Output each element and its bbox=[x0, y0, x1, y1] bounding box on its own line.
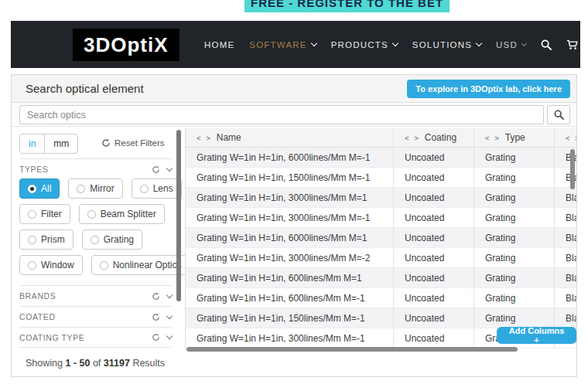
radio-icon bbox=[28, 185, 36, 193]
type-chip-prism[interactable]: Prism bbox=[19, 230, 74, 250]
cart-button[interactable]: 0 bbox=[566, 39, 587, 50]
type-chip-all[interactable]: All bbox=[19, 178, 60, 199]
reset-filters-button[interactable]: Reset Filters bbox=[101, 138, 165, 148]
filter-section-types[interactable]: TYPES bbox=[19, 158, 172, 179]
sort-icon[interactable]: < > bbox=[405, 134, 420, 142]
results-total: 31197 bbox=[104, 358, 130, 369]
search-panel: Search optical element To explore in 3DO… bbox=[11, 74, 577, 377]
type-chip-label: Filter bbox=[41, 209, 62, 219]
cell-type: Grating bbox=[473, 288, 554, 308]
type-chip-filter[interactable]: Filter bbox=[19, 204, 70, 224]
nav-products[interactable]: PRODUCTS bbox=[331, 40, 398, 49]
header-search-button[interactable] bbox=[541, 39, 552, 50]
promo-banner-text[interactable]: FREE - REGISTER TO THE BET bbox=[244, 0, 450, 12]
type-chip-mirror[interactable]: Mirror bbox=[68, 178, 122, 199]
nav-home-label: HOME bbox=[204, 40, 234, 49]
type-chip-label: All bbox=[41, 183, 51, 194]
filter-section-label: COATED bbox=[19, 312, 56, 321]
table-row[interactable]: Grating W=1in H=1in, 3000lines/Mm M=-2 U… bbox=[186, 248, 576, 268]
column-header-name[interactable]: < > Name bbox=[186, 128, 393, 147]
table-row[interactable]: Grating W=1in H=1in, 600lines/Mm M=-1 Un… bbox=[186, 288, 576, 308]
type-chip-lens[interactable]: Lens bbox=[132, 178, 182, 199]
chevron-down-icon[interactable] bbox=[166, 291, 173, 298]
cell-subtype: Blazed Rule bbox=[554, 208, 576, 227]
table-row[interactable]: Grating W=1in H=1in, 1500lines/Mm M=-1 U… bbox=[186, 168, 576, 188]
column-header-subtype[interactable]: < > Subtype bbox=[554, 128, 576, 147]
nav-software-label: SOFTWARE bbox=[249, 40, 306, 49]
table-row[interactable]: Grating W=1in H=1in, 6000lines/Mm M=1 Un… bbox=[186, 228, 576, 248]
cell-name: Grating W=1in H=1in, 300lines/Mm M=-1 bbox=[186, 328, 393, 348]
table-vertical-scrollbar-right[interactable] bbox=[570, 149, 575, 189]
explore-lab-button[interactable]: To explore in 3DOptix lab, click here bbox=[407, 80, 570, 98]
search-input[interactable] bbox=[19, 105, 544, 124]
cell-type: Grating bbox=[473, 248, 554, 267]
reset-icon[interactable] bbox=[152, 292, 160, 301]
reset-icon[interactable] bbox=[152, 165, 160, 174]
cell-name: Grating W=1in H=1in, 600lines/Mm M=-1 bbox=[186, 288, 393, 308]
filter-section-label: BRANDS bbox=[19, 291, 56, 301]
sort-icon[interactable]: < > bbox=[485, 134, 501, 142]
filter-section-coating-type[interactable]: COATING TYPE bbox=[19, 327, 172, 348]
table-header-row: < > Name < > Coating < > Type < > Subtyp… bbox=[186, 128, 576, 148]
cell-coating: Uncoated bbox=[393, 308, 473, 328]
cell-type: Grating bbox=[473, 188, 554, 207]
unit-mm[interactable]: mm bbox=[44, 134, 77, 153]
cell-type: Grating bbox=[473, 208, 554, 227]
table-row[interactable]: Grating W=1in H=1in, 6000lines/Mm M=-1 U… bbox=[186, 148, 576, 168]
table-row[interactable]: Grating W=1in H=1in, 3000lines/Mm M=-1 U… bbox=[186, 208, 576, 228]
type-chip-label: Prism bbox=[41, 234, 65, 245]
chip-row: All Mirror Lens bbox=[19, 178, 177, 199]
cell-subtype: Blazed Rule bbox=[554, 268, 576, 287]
cell-coating: Uncoated bbox=[393, 248, 473, 267]
radio-icon bbox=[87, 210, 96, 219]
cell-coating: Uncoated bbox=[393, 288, 473, 308]
table-horizontal-scrollbar[interactable] bbox=[186, 347, 518, 352]
nav-solutions[interactable]: SOLUTIONS bbox=[412, 40, 481, 49]
unit-in[interactable]: in bbox=[20, 134, 44, 153]
cell-subtype: Blazed Rule bbox=[554, 188, 576, 207]
radio-icon bbox=[100, 261, 108, 270]
table-vertical-scrollbar-left[interactable] bbox=[176, 130, 181, 301]
results-table: < > Name < > Coating < > Type < > Subtyp… bbox=[185, 128, 576, 350]
type-chip-beam-splitter[interactable]: Beam Splitter bbox=[79, 204, 165, 224]
cell-coating: Uncoated bbox=[393, 168, 473, 187]
search-submit-button[interactable] bbox=[547, 105, 570, 124]
filter-section-coated[interactable]: COATED bbox=[19, 306, 172, 327]
cell-type: Grating bbox=[473, 148, 554, 167]
add-columns-button[interactable]: Add Columns + bbox=[497, 327, 576, 344]
filter-section-brands[interactable]: BRANDS bbox=[19, 285, 172, 306]
cell-type: Grating bbox=[473, 308, 554, 328]
type-chip-window[interactable]: Window bbox=[19, 255, 83, 275]
chevron-down-icon[interactable] bbox=[166, 312, 173, 318]
type-chip-nonlinear-optics[interactable]: Nonlinear Optics bbox=[91, 255, 190, 275]
filter-section-icons bbox=[152, 313, 172, 321]
chevron-down-icon[interactable] bbox=[166, 165, 173, 171]
cell-coating: Uncoated bbox=[393, 208, 473, 227]
column-header-type[interactable]: < > Type bbox=[473, 128, 554, 147]
nav-solutions-label: SOLUTIONS bbox=[412, 40, 472, 49]
radio-icon bbox=[28, 210, 36, 219]
reset-filters-label: Reset Filters bbox=[115, 138, 165, 148]
reset-icon[interactable] bbox=[152, 313, 160, 321]
column-label: Name bbox=[217, 132, 241, 143]
table-row[interactable]: Grating W=1in H=1in, 3000lines/Mm M=1 Un… bbox=[186, 188, 576, 208]
chip-row: Prism Grating bbox=[19, 230, 177, 250]
reset-icon[interactable] bbox=[152, 333, 160, 342]
panel-header: Search optical element To explore in 3DO… bbox=[12, 75, 576, 103]
nav-currency[interactable]: USD bbox=[496, 40, 526, 49]
cell-name: Grating W=1in H=1in, 6000lines/Mm M=-1 bbox=[186, 148, 393, 167]
sort-icon[interactable]: < > bbox=[197, 134, 212, 142]
nav-home[interactable]: HOME bbox=[204, 40, 234, 49]
table-row[interactable]: Grating W=1in H=1in, 600lines/Mm M=1 Unc… bbox=[186, 268, 576, 288]
filter-section-icons bbox=[152, 333, 172, 342]
search-icon bbox=[541, 39, 552, 50]
chevron-down-icon[interactable] bbox=[166, 333, 173, 339]
nav-software[interactable]: SOFTWARE bbox=[249, 40, 316, 49]
type-chip-grating[interactable]: Grating bbox=[82, 230, 142, 250]
column-header-coating[interactable]: < > Coating bbox=[393, 128, 473, 147]
results-count: Showing 1 - 50 of 31197 Results bbox=[26, 358, 165, 369]
logo[interactable]: 3DOptiX bbox=[73, 29, 179, 61]
cell-subtype: Blazed Rule bbox=[554, 228, 576, 247]
cell-coating: Uncoated bbox=[393, 328, 473, 348]
sort-icon[interactable]: < > bbox=[566, 134, 576, 142]
